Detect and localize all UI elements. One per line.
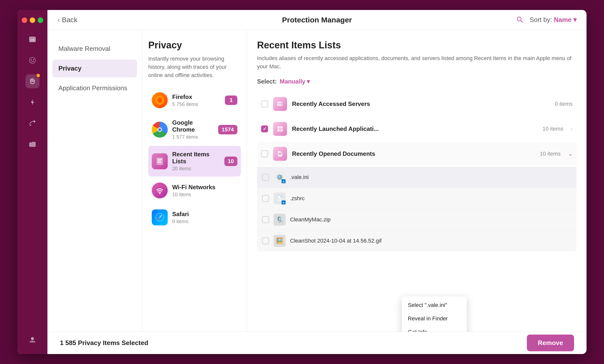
wifi-icon [152,182,168,198]
safari-name: Safari [172,211,237,218]
firefox-name: Firefox [172,93,220,100]
sidebar-item-account[interactable] [25,333,39,347]
recent-name: Recent Items Lists [172,151,220,165]
sidebar-item-hand[interactable] [25,74,39,88]
servers-cat-icon [273,97,287,111]
nav-item-malware-removal[interactable]: Malware Removal [52,40,137,58]
maximize-button[interactable] [38,17,43,23]
safari-count: 0 items [172,219,237,224]
docs-cat-name: Recently Opened Documents [292,150,535,157]
recent-badge: 10 [224,157,237,166]
app-item-recent[interactable]: Recent Items Lists 20 items 10 [148,146,241,177]
svg-point-20 [282,105,283,105]
nav-item-privacy[interactable]: Privacy [52,60,137,77]
remove-button[interactable]: Remove [527,335,574,351]
firefox-badge: 1 [225,95,237,105]
content-area: Malware Removal Privacy Application Perm… [47,30,587,332]
file-row-zshrc[interactable]: 📄 ◈ .zshrc [257,188,577,209]
file-row-cleanshot[interactable]: 🖼️ CleanShot 2024-10-04 at 14.56.52.gif [257,230,577,251]
docs-cat-icon [273,147,287,161]
context-menu-item-info[interactable]: Get Info [402,325,467,332]
sidebar-item-face[interactable] [25,53,39,67]
servers-cat-name: Recently Accessed Servers [292,100,550,107]
safari-icon [152,209,168,225]
svg-point-19 [282,102,283,103]
select-label: Select: [257,78,277,85]
zshrc-icon: 📄 ◈ [274,192,286,204]
footer: 1 585 Privacy Items Selected Remove [47,332,587,354]
gear-overlay: ◈ [282,179,286,183]
select-row: Select: Manually ▾ [257,78,577,85]
sidebar-item-testflight[interactable] [25,116,39,130]
context-menu-item-reveal[interactable]: Reveal in Finder [402,312,467,325]
sidebar-badge [36,73,40,78]
apps-cat-icon [273,122,287,136]
back-button[interactable]: ‹ Back [57,16,77,24]
apps-chevron-icon: › [571,126,573,132]
safari-info: Safari 0 items [172,211,237,224]
cleanmymac-icon: 🗜️ [274,214,286,226]
select-dropdown[interactable]: Manually ▾ [280,78,310,85]
center-panel: Privacy Instantly remove your browsing h… [142,30,247,332]
category-row-apps[interactable]: Recently Launched Applicati... 10 items … [257,117,577,141]
sidebar-item-folder[interactable] [25,137,39,151]
apps-checkbox[interactable] [261,125,268,132]
chrome-name: Google Chrome [172,119,214,133]
docs-chevron-icon: ⌄ [568,151,573,157]
header-right: Sort by: Name ▾ [516,15,577,24]
app-item-chrome[interactable]: Google Chrome 1 577 items 1574 [148,114,241,145]
svg-point-7 [31,337,34,340]
recent-info: Recent Items Lists 20 items [172,151,220,172]
traffic-lights [22,17,43,23]
sort-value[interactable]: Name ▾ [554,16,577,23]
center-subtitle: Instantly remove your browsing history, … [148,55,241,79]
category-row-docs[interactable]: Recently Opened Documents 10 items ⌄ [257,142,577,166]
cleanmymac-checkbox[interactable] [262,216,269,223]
back-arrow-icon: ‹ [57,16,60,24]
app-item-wifi[interactable]: Wi-Fi Networks 10 items [148,178,241,203]
category-row-servers[interactable]: Recently Accessed Servers 0 items [257,92,577,116]
context-menu-item-select[interactable]: Select ".vale.ini" [402,298,467,312]
svg-point-5 [33,59,34,60]
apps-cat-name: Recently Launched Applicati... [292,125,538,132]
chrome-count: 1 577 items [172,134,214,140]
back-label: Back [62,16,77,24]
main-content: ‹ Back Protection Manager Sort by: Name … [47,10,587,354]
vale-ini-name: .vale.ini [290,174,309,181]
svg-rect-21 [277,126,280,129]
vscode-icon: ◈ [282,200,286,204]
cleanshot-checkbox[interactable] [262,237,269,244]
cleanshot-name: CleanShot 2024-10-04 at 14.56.52.gif [290,238,382,244]
footer-selected-text: 1 585 Privacy Items Selected [60,339,148,347]
search-icon[interactable] [516,15,524,24]
svg-point-3 [29,57,35,63]
close-button[interactable] [22,17,27,23]
svg-point-6 [30,124,31,126]
page-title: Protection Manager [282,16,352,24]
minimize-button[interactable] [30,17,35,23]
svg-rect-12 [157,159,162,160]
nav-item-app-permissions[interactable]: Application Permissions [52,79,137,97]
firefox-count: 5 756 items [172,101,220,107]
sidebar-item-bolt[interactable] [25,95,39,109]
recent-items-icon [152,153,168,169]
svg-point-2 [33,39,34,40]
context-menu: Select ".vale.ini" Reveal in Finder Get … [402,296,467,332]
zshrc-checkbox[interactable] [262,195,269,202]
app-item-safari[interactable]: Safari 0 items [148,204,241,230]
servers-checkbox[interactable] [261,100,268,107]
wifi-count: 10 items [172,192,237,197]
docs-checkbox[interactable] [261,150,268,157]
left-nav: Malware Removal Privacy Application Perm… [47,30,142,332]
file-row-cleanmymac[interactable]: 🗜️ CleanMyMac.zip [257,209,577,230]
app-item-firefox[interactable]: Firefox 5 756 items 1 [148,87,241,113]
file-list: ⚙️ ◈ .vale.ini Select ".vale.ini" Reveal… [257,167,577,251]
vale-ini-checkbox[interactable] [262,174,269,181]
sidebar-item-disk[interactable] [25,32,39,46]
right-panel: Recent Items Lists Includes aliases of r… [247,30,587,332]
file-row-vale-ini[interactable]: ⚙️ ◈ .vale.ini Select ".vale.ini" Reveal… [257,167,577,188]
center-title: Privacy [148,40,241,51]
servers-cat-count: 0 items [555,101,573,107]
svg-point-4 [31,59,32,60]
chrome-info: Google Chrome 1 577 items [172,119,214,140]
